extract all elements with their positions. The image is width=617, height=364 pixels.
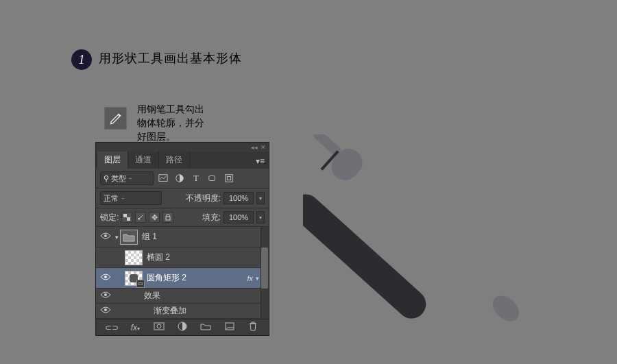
visibility-icon[interactable] bbox=[96, 291, 115, 301]
pen-note: 用钢笔工具勾出 物体轮廓，并分 好图层。 bbox=[137, 103, 204, 144]
pen-note-line: 用钢笔工具勾出 bbox=[137, 103, 204, 117]
tab-paths[interactable]: 路径 bbox=[159, 151, 190, 169]
panel-topbar: ◂◂ ✕ bbox=[96, 143, 269, 152]
lock-label: 锁定: bbox=[100, 212, 119, 223]
page-title: 用形状工具画出基本形体 bbox=[99, 50, 242, 66]
chevron-down-icon: ÷ bbox=[121, 195, 124, 202]
fx-disclosure-icon[interactable]: ▾ bbox=[256, 275, 259, 282]
shape-link-badge: ▭ bbox=[136, 280, 145, 288]
blend-row: 正常 ÷ 不透明度: 100% ▾ bbox=[96, 189, 269, 208]
tab-layers[interactable]: 图层 bbox=[97, 151, 128, 169]
layers-panel: ◂◂ ✕ 图层 通道 路径 ▾≡ ⚲ 类型 ÷ T 正常 ÷ bbox=[95, 142, 269, 336]
fx-badge[interactable]: fx bbox=[247, 274, 253, 282]
lock-all-icon[interactable] bbox=[162, 212, 173, 223]
link-layers-icon[interactable]: ⊂⊃ bbox=[104, 323, 120, 332]
lock-paint-icon[interactable] bbox=[135, 212, 146, 223]
fill-slider-handle[interactable]: ▾ bbox=[256, 211, 265, 223]
panel-menu-icon[interactable]: ▾≡ bbox=[252, 154, 269, 169]
effects-label: 效果 bbox=[144, 290, 269, 302]
blend-mode-dropdown[interactable]: 正常 ÷ bbox=[100, 191, 162, 205]
filter-kind-dropdown[interactable]: ⚲ 类型 ÷ bbox=[100, 171, 154, 185]
layer-name: 组 1 bbox=[142, 231, 261, 243]
adjustment-layer-icon[interactable] bbox=[174, 321, 191, 333]
effect-name: 渐变叠加 bbox=[154, 305, 269, 317]
pen-tool-icon bbox=[104, 107, 127, 130]
chevron-down-icon: ÷ bbox=[129, 175, 132, 182]
close-icon[interactable]: ✕ bbox=[261, 144, 266, 151]
lock-row: 锁定: ✥ 填充: 100% ▾ bbox=[96, 208, 269, 227]
new-layer-icon[interactable] bbox=[221, 322, 238, 332]
opacity-slider-handle[interactable]: ▾ bbox=[256, 192, 265, 204]
svg-point-13 bbox=[157, 324, 161, 328]
group-disclosure-icon[interactable]: ▾ bbox=[115, 234, 119, 241]
svg-point-8 bbox=[104, 234, 107, 237]
svg-point-11 bbox=[104, 308, 107, 311]
filter-shape-icon[interactable] bbox=[206, 172, 219, 184]
layer-group-row[interactable]: ▾ 组 1 bbox=[96, 227, 269, 247]
layer-roundrect-row[interactable]: ▭ 圆角矩形 2 fx ▾ bbox=[96, 268, 269, 289]
layer-tree: ▾ 组 1 椭圆 2 ▭ 圆角矩形 2 fx ▾ bbox=[96, 227, 269, 319]
layer-style-icon[interactable]: fx▾ bbox=[127, 323, 143, 332]
svg-rect-6 bbox=[127, 217, 130, 221]
visibility-icon[interactable] bbox=[96, 273, 115, 283]
visibility-icon[interactable] bbox=[96, 306, 115, 316]
fill-label: 填充: bbox=[202, 212, 221, 223]
lock-position-icon[interactable]: ✥ bbox=[149, 212, 160, 223]
effects-header-row[interactable]: 效果 bbox=[96, 289, 269, 304]
svg-rect-4 bbox=[227, 176, 230, 180]
visibility-icon[interactable] bbox=[96, 232, 115, 242]
collapse-icon[interactable]: ◂◂ bbox=[251, 144, 258, 151]
scrollbar-thumb[interactable] bbox=[261, 247, 268, 289]
opacity-label: 不透明度: bbox=[186, 193, 221, 204]
filter-type-icon[interactable]: T bbox=[189, 172, 203, 184]
opacity-value[interactable]: 100% bbox=[223, 192, 254, 204]
svg-point-9 bbox=[104, 276, 107, 278]
filter-adjust-icon[interactable] bbox=[173, 172, 186, 184]
svg-rect-18 bbox=[303, 189, 432, 324]
svg-rect-16 bbox=[311, 134, 342, 157]
svg-rect-2 bbox=[209, 176, 215, 181]
layer-ellipse-row[interactable]: 椭圆 2 bbox=[96, 247, 269, 268]
step-badge: 1 bbox=[71, 49, 92, 70]
filter-kind-label: 类型 bbox=[111, 173, 126, 184]
layer-name: 圆角矩形 2 bbox=[147, 272, 247, 284]
svg-point-19 bbox=[488, 291, 524, 326]
svg-rect-7 bbox=[166, 217, 170, 220]
lock-transparency-icon[interactable] bbox=[121, 212, 132, 223]
layer-mask-icon[interactable] bbox=[151, 322, 167, 332]
layer-name: 椭圆 2 bbox=[147, 252, 261, 263]
svg-point-10 bbox=[104, 293, 107, 296]
svg-rect-5 bbox=[123, 214, 127, 217]
panel-bottom-bar: ⊂⊃ fx▾ bbox=[96, 319, 269, 335]
search-icon: ⚲ bbox=[104, 174, 109, 183]
delete-layer-icon[interactable] bbox=[245, 321, 261, 333]
filter-smart-icon[interactable] bbox=[222, 172, 236, 184]
pen-note-line: 物体轮廓，并分 bbox=[137, 117, 204, 130]
new-group-icon[interactable] bbox=[197, 322, 214, 332]
filter-pixel-icon[interactable] bbox=[156, 172, 170, 184]
svg-rect-3 bbox=[226, 175, 233, 182]
filter-row: ⚲ 类型 ÷ T bbox=[96, 169, 269, 189]
tab-channels[interactable]: 通道 bbox=[128, 151, 159, 169]
layer-thumbnail: ▭ bbox=[125, 271, 143, 286]
folder-icon bbox=[120, 230, 138, 245]
panel-tabs: 图层 通道 路径 ▾≡ bbox=[96, 152, 269, 169]
layer-thumbnail bbox=[125, 250, 143, 265]
shape-illustration bbox=[303, 134, 564, 347]
fill-value[interactable]: 100% bbox=[223, 211, 254, 223]
layer-scrollbar[interactable] bbox=[261, 227, 269, 319]
blend-mode-label: 正常 bbox=[104, 193, 119, 204]
effect-gradient-overlay-row[interactable]: 渐变叠加 bbox=[96, 304, 269, 319]
